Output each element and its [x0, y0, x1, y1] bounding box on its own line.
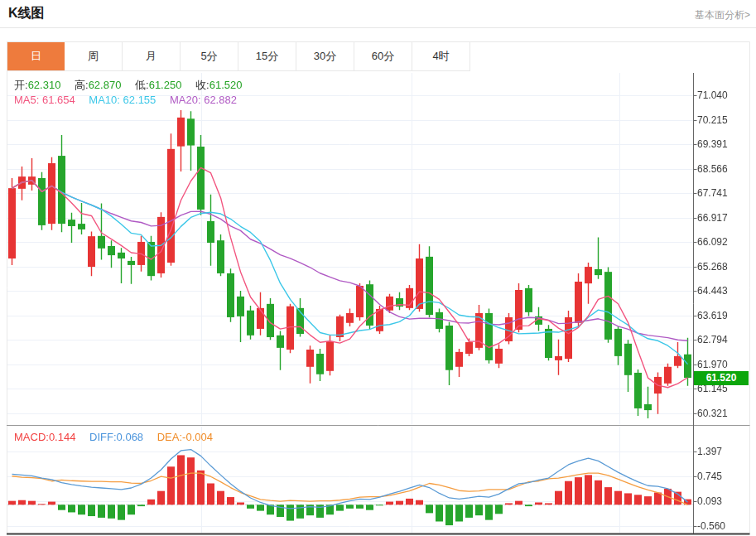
ma10-legend: MA10: 62.155: [89, 94, 166, 106]
tab-period-0[interactable]: 日: [7, 42, 65, 70]
macd-value-legend: MACD:0.144: [14, 431, 86, 443]
ohlc-row: 开:62.310 高:62.870 低:61.250 收:61.520: [14, 78, 253, 93]
tab-period-4[interactable]: 15分: [238, 42, 296, 70]
diff-value-legend: DIFF:0.068: [89, 431, 154, 443]
price-axis-label-10: 62.794: [697, 334, 728, 345]
ma-legend-row: MA5: 61.654 MA10: 62.155 MA20: 62.882: [14, 94, 248, 106]
close-value: 61.520: [209, 79, 243, 91]
tab-period-3[interactable]: 5分: [181, 42, 238, 70]
current-price-badge: 61.520: [694, 371, 749, 385]
price-axis-label-13: 60.321: [697, 408, 728, 419]
price-axis-label-2: 69.391: [697, 138, 728, 150]
macd-legend-row: MACD:0.144 DIFF:0.068 DEA:-0.004: [14, 431, 224, 443]
tab-period-1[interactable]: 周: [65, 42, 123, 70]
macd-axis-label-3: -0.560: [697, 520, 725, 532]
low-label: 低:: [135, 79, 149, 91]
dea-value-legend: DEA:-0.004: [157, 431, 224, 443]
high-value: 62.870: [89, 79, 122, 91]
ma20-legend: MA20: 62.882: [170, 94, 248, 106]
tab-period-6[interactable]: 60分: [354, 42, 412, 70]
price-axis-label-4: 67.741: [697, 187, 728, 199]
price-axis-label-11: 61.970: [697, 359, 728, 370]
price-axis-label-6: 66.092: [697, 236, 728, 248]
price-axis-label-1: 70.215: [697, 114, 728, 126]
price-axis-label-7: 65.268: [697, 261, 728, 273]
price-axis-label-8: 64.443: [697, 285, 728, 297]
price-axis-label-5: 66.917: [697, 212, 728, 224]
kline-widget: K线图 基本面分析> 日周月5分15分30分60分4时 开:62.310 高:6…: [0, 0, 756, 536]
macd-axis-label-0: 1.397: [697, 446, 722, 457]
macd-axis-label-1: 0.745: [697, 471, 722, 482]
price-axis-label-0: 71.040: [697, 89, 728, 101]
high-label: 高:: [75, 79, 89, 91]
low-value: 61.250: [149, 79, 182, 91]
price-axis-label-3: 68.566: [697, 163, 728, 175]
tab-period-2[interactable]: 月: [123, 42, 181, 70]
tab-period-5[interactable]: 30分: [296, 42, 354, 70]
tab-period-7[interactable]: 4时: [412, 42, 469, 70]
macd-axis-label-2: 0.093: [697, 495, 722, 507]
period-tab-bar: 日周月5分15分30分60分4时: [7, 41, 470, 71]
price-axis-label-9: 63.619: [697, 310, 728, 321]
ma5-legend: MA5: 61.654: [14, 94, 86, 106]
open-label: 开:: [14, 79, 28, 91]
close-label: 收:: [195, 79, 209, 91]
open-value: 62.310: [28, 79, 61, 91]
